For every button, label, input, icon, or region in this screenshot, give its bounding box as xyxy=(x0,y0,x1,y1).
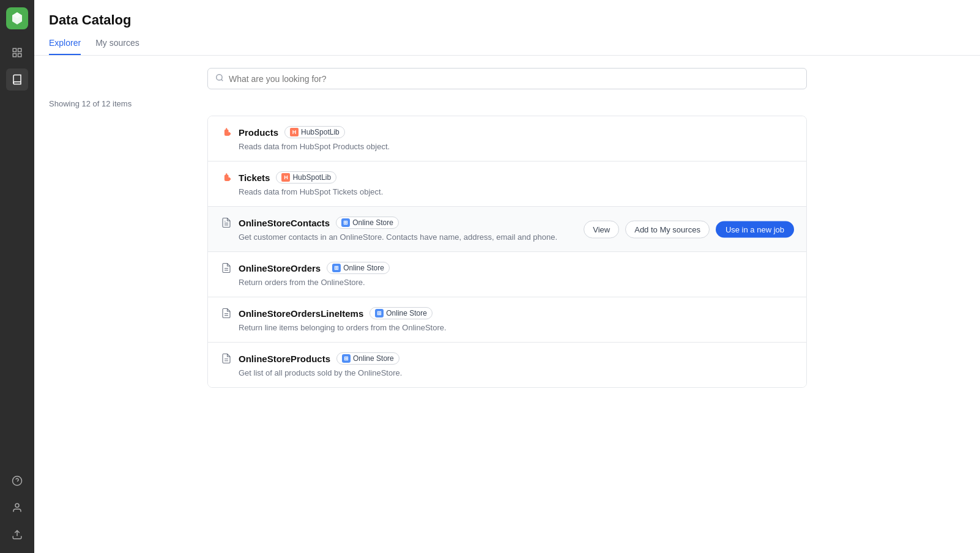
item-name-os-products: OnlineStoreProducts xyxy=(239,354,330,364)
item-name-orders: OnlineStoreOrders xyxy=(239,263,321,273)
item-header-os-products: OnlineStoreProducts ⊞ Online Store xyxy=(220,352,794,365)
use-in-new-job-button-contacts[interactable]: Use in a new job xyxy=(716,221,794,237)
main-content: Data Catalog Explorer My sources Showing… xyxy=(34,0,980,553)
app-logo[interactable] xyxy=(6,7,28,29)
sidebar-nav-help[interactable] xyxy=(6,470,28,492)
item-name-products: Products xyxy=(239,127,278,138)
item-actions-contacts: View Add to My sources Use in a new job xyxy=(584,220,794,238)
page-title: Data Catalog xyxy=(49,12,965,28)
badge-label-os-products: Online Store xyxy=(353,354,394,363)
svg-line-9 xyxy=(221,80,223,81)
item-name-tickets: Tickets xyxy=(239,173,270,183)
content-area: Showing 12 of 12 items Products H HubSpo… xyxy=(34,56,980,553)
add-to-my-sources-button-contacts[interactable]: Add to My sources xyxy=(625,220,710,238)
doc-icon-line-items xyxy=(220,307,232,319)
online-store-badge-icon-contacts: ⊞ xyxy=(341,218,350,227)
item-desc-tickets: Reads data from HubSpot Tickets object. xyxy=(239,187,794,196)
item-name-contacts: OnlineStoreContacts xyxy=(239,218,330,228)
badge-label-line-items: Online Store xyxy=(386,309,427,317)
item-desc-os-products: Get list of all products sold by the Onl… xyxy=(239,368,794,377)
hubspot-badge-icon-tickets: H xyxy=(281,173,290,182)
item-header-products: Products H HubSpotLib xyxy=(220,126,794,138)
online-store-badge-icon-os-products: ⊞ xyxy=(342,354,351,363)
svg-point-8 xyxy=(217,75,222,80)
hubspot-icon-tickets xyxy=(220,171,232,184)
tab-my-sources[interactable]: My sources xyxy=(95,38,139,55)
doc-icon-os-products xyxy=(220,352,232,365)
search-input[interactable] xyxy=(229,74,799,84)
badge-products: H HubSpotLib xyxy=(284,126,345,138)
catalog-item-products: Products H HubSpotLib Reads data from Hu… xyxy=(208,116,806,161)
doc-icon-contacts xyxy=(220,217,232,229)
hubspot-icon-products xyxy=(220,126,232,138)
catalog-item-online-store-products: OnlineStoreProducts ⊞ Online Store Get l… xyxy=(208,343,806,387)
sidebar-nav-export[interactable] xyxy=(6,524,28,546)
svg-rect-0 xyxy=(13,48,16,51)
item-desc-line-items: Return line items belonging to orders fr… xyxy=(239,323,794,332)
item-desc-orders: Return orders from the OnlineStore. xyxy=(239,278,794,287)
catalog-list: Products H HubSpotLib Reads data from Hu… xyxy=(207,116,807,388)
item-header-line-items: OnlineStoreOrdersLineItems ⊞ Online Stor… xyxy=(220,307,794,319)
badge-orders: ⊞ Online Store xyxy=(327,262,390,274)
svg-rect-3 xyxy=(18,54,21,57)
badge-label-products: HubSpotLib xyxy=(301,128,340,136)
svg-point-6 xyxy=(15,503,19,507)
sidebar-nav-grid[interactable] xyxy=(6,42,28,64)
badge-label-contacts: Online Store xyxy=(352,218,393,227)
sidebar-nav-user[interactable] xyxy=(6,497,28,519)
badge-line-items: ⊞ Online Store xyxy=(369,307,432,319)
item-name-line-items: OnlineStoreOrdersLineItems xyxy=(239,308,363,319)
item-desc-products: Reads data from HubSpot Products object. xyxy=(239,142,794,151)
sidebar xyxy=(0,0,34,553)
catalog-item-online-store-orders: OnlineStoreOrders ⊞ Online Store Return … xyxy=(208,252,806,297)
doc-icon-orders xyxy=(220,262,232,274)
tab-bar: Explorer My sources xyxy=(49,38,965,55)
badge-contacts: ⊞ Online Store xyxy=(336,217,399,229)
search-icon xyxy=(215,73,224,84)
item-header-orders: OnlineStoreOrders ⊞ Online Store xyxy=(220,262,794,274)
svg-rect-1 xyxy=(18,48,21,51)
hubspot-badge-icon-products: H xyxy=(290,128,299,136)
item-header-tickets: Tickets H HubSpotLib xyxy=(220,171,794,184)
badge-label-orders: Online Store xyxy=(343,264,384,272)
tab-explorer[interactable]: Explorer xyxy=(49,38,81,55)
badge-tickets: H HubSpotLib xyxy=(276,171,336,184)
showing-count: Showing 12 of 12 items xyxy=(49,99,965,108)
badge-label-tickets: HubSpotLib xyxy=(292,173,331,182)
svg-rect-2 xyxy=(13,54,16,57)
sidebar-nav-book[interactable] xyxy=(6,69,28,91)
search-bar xyxy=(207,68,807,89)
catalog-item-online-store-contacts: OnlineStoreContacts ⊞ Online Store Get c… xyxy=(208,207,806,252)
view-button-contacts[interactable]: View xyxy=(584,220,619,238)
online-store-badge-icon-orders: ⊞ xyxy=(332,264,341,272)
catalog-item-online-store-orders-line-items: OnlineStoreOrdersLineItems ⊞ Online Stor… xyxy=(208,297,806,343)
badge-os-products: ⊞ Online Store xyxy=(336,352,399,365)
catalog-item-tickets: Tickets H HubSpotLib Reads data from Hub… xyxy=(208,161,806,207)
page-header: Data Catalog Explorer My sources xyxy=(34,0,980,56)
online-store-badge-icon-line-items: ⊞ xyxy=(375,309,384,317)
